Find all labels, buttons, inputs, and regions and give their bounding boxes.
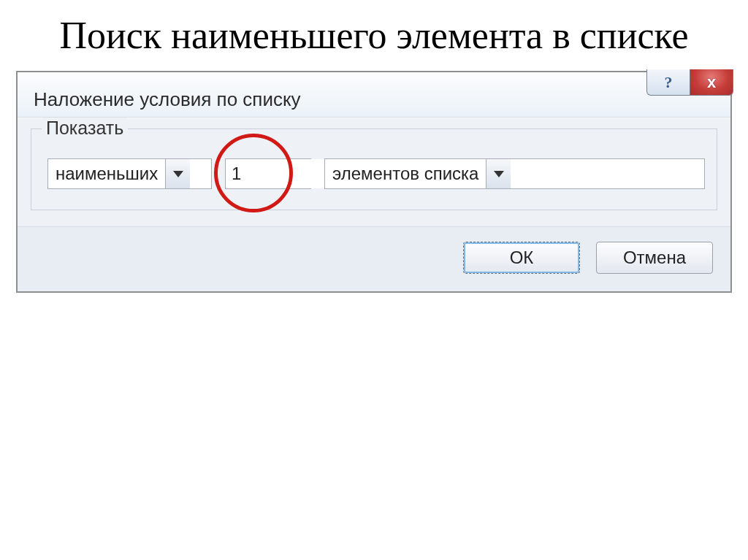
dropdown-units-value: элементов списка bbox=[325, 159, 486, 188]
fieldset-show: Показать наименьших bbox=[31, 129, 717, 210]
dialog-title: Наложение условия по списку bbox=[34, 88, 301, 111]
titlebar-buttons: ? x bbox=[646, 69, 733, 96]
quantity-stepper[interactable] bbox=[225, 158, 311, 189]
help-icon: ? bbox=[665, 73, 673, 92]
chevron-down-icon bbox=[173, 171, 183, 177]
dialog-body: Показать наименьших bbox=[18, 118, 730, 226]
ok-button[interactable]: ОК bbox=[463, 242, 580, 274]
dialog: ? x Наложение условия по списку Показать… bbox=[16, 71, 732, 293]
fieldset-legend: Показать bbox=[42, 118, 128, 139]
cancel-button[interactable]: Отмена bbox=[596, 242, 713, 274]
help-button[interactable]: ? bbox=[646, 69, 690, 96]
dropdown-top-bottom-toggle[interactable] bbox=[165, 159, 190, 188]
dropdown-top-bottom-value: наименьших bbox=[48, 159, 165, 188]
dialog-footer: ОК Отмена bbox=[18, 226, 730, 291]
dropdown-units[interactable]: элементов списка bbox=[324, 158, 705, 189]
titlebar: ? x Наложение условия по списку bbox=[18, 72, 730, 118]
chevron-down-icon bbox=[494, 171, 504, 177]
controls-row: наименьших bbox=[47, 158, 705, 189]
dropdown-units-toggle[interactable] bbox=[486, 159, 511, 188]
close-button[interactable]: x bbox=[690, 69, 733, 96]
close-icon: x bbox=[707, 73, 716, 92]
page-title: Поиск наименьшего элемента в списке bbox=[29, 13, 719, 58]
dropdown-top-bottom[interactable]: наименьших bbox=[47, 158, 212, 189]
dialog-container: ? x Наложение условия по списку Показать… bbox=[16, 71, 732, 293]
